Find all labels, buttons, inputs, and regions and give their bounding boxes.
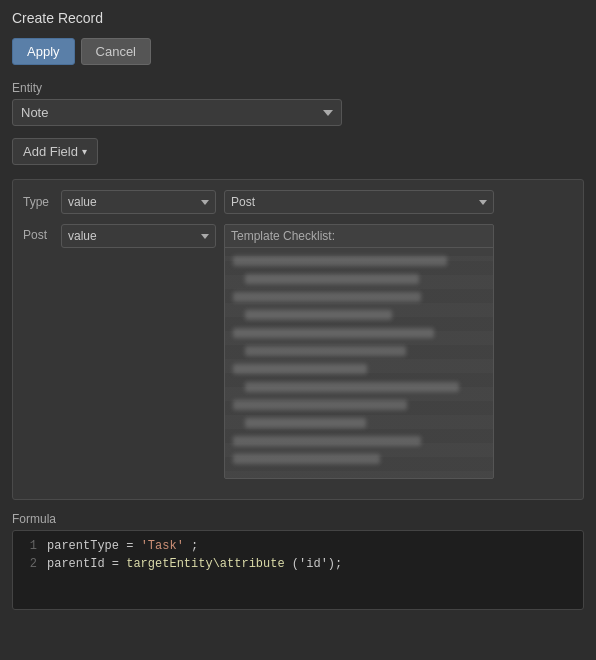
type-row: Type value expression Post Task Note Cal… bbox=[23, 190, 573, 214]
formula-line-2: 2 parentId = targetEntity\attribute ('id… bbox=[13, 555, 583, 573]
button-row: Apply Cancel bbox=[12, 38, 584, 65]
post-type-select[interactable]: Post Task Note Call bbox=[224, 190, 494, 214]
post-value-select[interactable]: value expression bbox=[61, 224, 216, 248]
template-content-area: Template Checklist: bbox=[224, 224, 494, 479]
code-op: = bbox=[126, 539, 140, 553]
blur-item bbox=[245, 418, 366, 428]
add-field-label: Add Field bbox=[23, 144, 78, 159]
post-row: Post value expression Template Checklist… bbox=[23, 224, 573, 479]
code-op-2: = bbox=[112, 557, 126, 571]
blur-item bbox=[233, 400, 407, 410]
entity-select-wrapper: Entity Note Task Call Meeting bbox=[12, 81, 584, 126]
blur-item bbox=[245, 382, 459, 392]
blur-item bbox=[233, 256, 447, 266]
blur-item bbox=[233, 364, 367, 374]
blur-item bbox=[233, 328, 434, 338]
type-label: Type bbox=[23, 195, 53, 209]
entity-select[interactable]: Note Task Call Meeting bbox=[12, 99, 342, 126]
line-number-2: 2 bbox=[19, 557, 37, 571]
entity-label: Entity bbox=[12, 81, 584, 95]
line-number-1: 1 bbox=[19, 539, 37, 553]
apply-button[interactable]: Apply bbox=[12, 38, 75, 65]
formula-editor[interactable]: 1 parentType = 'Task' ; 2 parentId = tar… bbox=[12, 530, 584, 610]
code-args: ('id'); bbox=[292, 557, 342, 571]
dialog-container: Create Record Apply Cancel Entity Note T… bbox=[0, 0, 596, 660]
type-select[interactable]: value expression bbox=[61, 190, 216, 214]
code-var: parentType bbox=[47, 539, 119, 553]
blur-item bbox=[245, 346, 406, 356]
code-string-1: 'Task' bbox=[141, 539, 184, 553]
template-body bbox=[225, 256, 493, 479]
template-header: Template Checklist: bbox=[225, 225, 493, 248]
code-var-2: parentId bbox=[47, 557, 105, 571]
code-semi-1: ; bbox=[191, 539, 198, 553]
formula-section: Formula 1 parentType = 'Task' ; 2 parent… bbox=[12, 512, 584, 610]
code-line-2: parentId = targetEntity\attribute ('id')… bbox=[47, 557, 342, 571]
blur-item bbox=[233, 436, 421, 446]
post-label: Post bbox=[23, 228, 53, 242]
fields-section: Type value expression Post Task Note Cal… bbox=[12, 179, 584, 500]
formula-line-1: 1 parentType = 'Task' ; bbox=[13, 537, 583, 555]
code-func: targetEntity\attribute bbox=[126, 557, 284, 571]
blur-item bbox=[245, 310, 392, 320]
blur-item bbox=[233, 292, 421, 302]
dialog-title: Create Record bbox=[12, 10, 584, 26]
add-field-wrapper: Add Field ▾ bbox=[12, 138, 584, 165]
cancel-button[interactable]: Cancel bbox=[81, 38, 151, 65]
blur-item bbox=[233, 454, 380, 464]
blur-item bbox=[245, 274, 419, 284]
code-line-1: parentType = 'Task' ; bbox=[47, 539, 198, 553]
chevron-down-icon: ▾ bbox=[82, 146, 87, 157]
formula-label: Formula bbox=[12, 512, 584, 526]
add-field-button[interactable]: Add Field ▾ bbox=[12, 138, 98, 165]
